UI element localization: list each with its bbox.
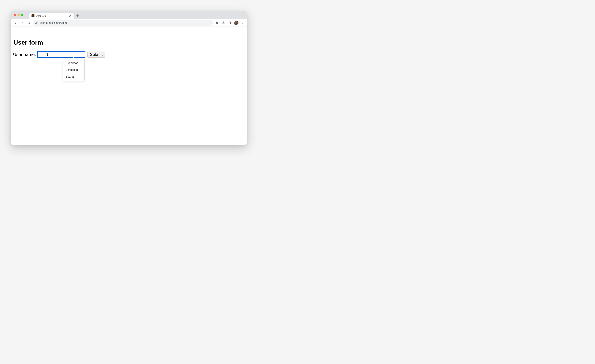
window-maximize-icon[interactable]	[21, 14, 23, 16]
browser-tab[interactable]: User form	[29, 13, 73, 19]
address-bar[interactable]: user-form.example.com	[33, 20, 213, 26]
page-content: User form User name: Submit I Superman S…	[11, 27, 247, 145]
url-text: user-form.example.com	[40, 21, 67, 24]
back-button[interactable]	[13, 20, 18, 26]
username-label: User name:	[13, 52, 36, 57]
downloads-button[interactable]	[220, 20, 226, 26]
tab-title: User form	[36, 14, 67, 17]
username-input[interactable]	[37, 51, 85, 58]
submit-button[interactable]: Submit	[87, 52, 105, 57]
browser-window: User form user-form.example.com	[11, 11, 247, 145]
autocomplete-item[interactable]: Simpsons	[63, 66, 84, 73]
globe-icon	[35, 21, 38, 24]
forward-button[interactable]	[19, 20, 25, 26]
window-controls	[14, 14, 23, 16]
user-form: User name: Submit I Superman Simpsons Sp…	[13, 51, 245, 58]
tabs-dropdown-icon[interactable]	[241, 14, 244, 16]
tab-strip: User form	[11, 11, 247, 19]
svg-rect-2	[230, 22, 231, 24]
new-tab-button[interactable]	[75, 13, 80, 18]
extensions-button[interactable]	[214, 20, 220, 26]
autocomplete-item[interactable]: Superman	[63, 59, 84, 66]
sidepanel-button[interactable]	[227, 20, 233, 26]
menu-button[interactable]	[240, 20, 245, 26]
autocomplete-item[interactable]: Sparta	[63, 73, 84, 80]
window-close-icon[interactable]	[14, 14, 16, 16]
tab-close-icon[interactable]	[69, 14, 72, 17]
window-minimize-icon[interactable]	[17, 14, 20, 16]
tab-favicon-icon	[31, 14, 35, 17]
profile-avatar[interactable]	[234, 21, 239, 25]
svg-point-4	[242, 22, 243, 23]
svg-point-3	[242, 22, 243, 22]
page-title: User form	[14, 39, 245, 46]
autocomplete-dropdown: Superman Simpsons Sparta	[63, 59, 85, 81]
reload-button[interactable]	[26, 20, 31, 26]
svg-point-5	[242, 23, 243, 24]
browser-toolbar: user-form.example.com	[11, 19, 247, 27]
